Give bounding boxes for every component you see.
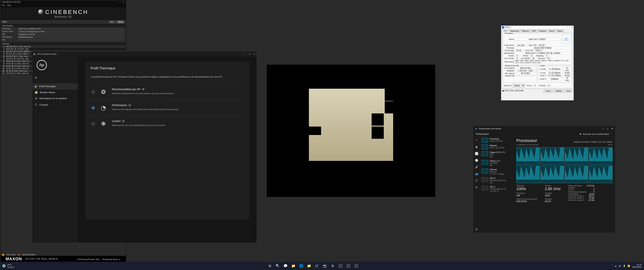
minimize-icon[interactable]: ─	[602, 127, 604, 130]
resource-item[interactable]: Disque 0 (D: E: C:)SSD0%	[482, 151, 512, 158]
close-icon[interactable]: ✕	[254, 53, 255, 55]
minimize-icon[interactable]: ─	[567, 26, 568, 28]
maxon-logo: MAXON	[6, 256, 22, 261]
sys-key: OS	[2, 33, 16, 36]
rail-performance-icon[interactable]: 📈	[474, 151, 479, 156]
taskbar-app-icon[interactable]: ⬛	[337, 263, 344, 269]
tm-subheader: Performance ▶Exécuter une nouvelle tâche…	[473, 131, 615, 137]
taskbar-app-icon[interactable]: ⬛	[345, 263, 352, 269]
tray-icon[interactable]: ☁	[614, 265, 617, 267]
menu-help[interactable]: Help	[7, 4, 11, 7]
nav-item[interactable]: ⓘÀ propos	[32, 101, 78, 108]
more-icon[interactable]: ⋯	[610, 133, 612, 135]
rail-users-icon[interactable]: 👥	[474, 172, 479, 176]
rail-processes-icon[interactable]: ▦	[474, 145, 479, 149]
stat-value: 2,0 Mo	[589, 197, 594, 199]
close-icon[interactable]: ✕	[611, 127, 613, 130]
menu-file[interactable]: File	[2, 4, 5, 7]
resource-item[interactable]: GPU 0Intel(R) Iris(R) Plus…0%	[482, 177, 512, 184]
run-task-label[interactable]: Exécuter une nouvelle tâche	[583, 133, 609, 135]
radio-icon[interactable]	[92, 90, 95, 93]
minimize-icon[interactable]: ─	[115, 1, 117, 4]
mini-graph	[482, 151, 488, 156]
taskbar-app-icon[interactable]: 📁	[290, 263, 296, 269]
taskbar-app-icon[interactable]: ⊞	[266, 263, 273, 269]
radio-icon[interactable]	[92, 122, 95, 125]
proc-name: Intel Core i7 1065G7	[514, 38, 560, 41]
rail-startup-icon[interactable]: 🚀	[474, 165, 479, 169]
stat-value: 8,0 Mo	[589, 199, 594, 201]
clock-time[interactable]: 21:37	[636, 264, 642, 266]
cpuz-tab[interactable]: SPD	[530, 30, 538, 33]
taskbar-app-icon[interactable]: 📷	[322, 263, 328, 269]
taskbar-app-icon[interactable]: 💬	[282, 263, 289, 269]
resource-name: Processeur	[490, 138, 503, 140]
nav-item[interactable]: 🖥Informations sur le système	[32, 95, 78, 101]
stat-value: 1	[594, 187, 594, 189]
technology: 10 nm	[514, 49, 523, 52]
thermal-option[interactable]: ◔PerformanceiIdéal pour les logiciels né…	[90, 100, 244, 116]
taskbar-app-icon[interactable]: ⚙	[330, 263, 336, 269]
socket-select[interactable]: Socket #1	[512, 84, 525, 87]
nav-item[interactable]: 📶Booster réseau	[32, 89, 78, 95]
hpcc-titlebar[interactable]: ◧HP Command Center ─ □ ✕	[32, 51, 257, 57]
maximize-icon[interactable]: □	[607, 127, 608, 130]
tools-button[interactable]: Tools ▾	[544, 90, 553, 92]
taskbar-apps: ⊞🔍💬📁🌐📁🛒📷⚙⬛⬛⬛	[266, 263, 360, 269]
maximize-icon[interactable]: □	[569, 26, 570, 28]
rail-settings-icon[interactable]: ⚙	[474, 227, 479, 232]
run-task-icon[interactable]: ▶	[580, 133, 582, 135]
run-button[interactable]: Run	[108, 21, 116, 24]
cpuz-tab[interactable]: About	[556, 30, 564, 33]
taskbar-app-icon[interactable]: 🛒	[314, 263, 320, 269]
rail-history-icon[interactable]: 🕑	[474, 158, 479, 163]
cpuz-titlebar[interactable]: CPU-Z ─□✕	[501, 26, 574, 29]
rail-hamburger-icon[interactable]: ≡	[474, 138, 479, 142]
taskbar-app-icon[interactable]: 🌐	[298, 263, 304, 269]
resource-item[interactable]: Disque 1 (I:)Amovible0%	[482, 160, 512, 167]
cpuz-tab[interactable]: Bench	[548, 30, 556, 33]
stat-value: 194	[516, 194, 520, 197]
taskbar-weather[interactable]: 14°CNuageux	[2, 264, 14, 268]
ext-model: 7E	[530, 57, 536, 60]
maximize-icon[interactable]: □	[249, 53, 250, 55]
thermal-option[interactable]: ⚙Recommandé(e) par HPiOptimise la perfor…	[90, 84, 244, 100]
cpuz-tab[interactable]: CPU	[502, 30, 509, 33]
resource-item[interactable]: EthernetEthernetE : 0 R : 0 Kbits/s	[482, 169, 512, 175]
cpuz-tab[interactable]: Graphics	[537, 30, 548, 33]
thermal-option[interactable]: ❄ConfortiIdéal pour les cas où le périph…	[90, 116, 244, 132]
resource-item[interactable]: Processeur100% 2,85 GHz	[482, 138, 512, 143]
tray-icon[interactable]: 🔋	[623, 265, 626, 267]
tm-titlebar[interactable]: ▤Gestionnaire des tâches ─□✕	[473, 126, 615, 131]
taskbar-app-icon[interactable]: 🔍	[274, 263, 281, 269]
stop-button[interactable]: Stop	[117, 21, 124, 24]
ranking-row[interactable]: 2.60C/120T @ 2.8 GHz, Intel …	[1, 48, 126, 50]
nav-item[interactable]: ◧Profil Thermique	[32, 83, 78, 89]
cinebench-titlebar[interactable]: CINEBENCH R20.060 ─ □ ✕	[1, 1, 126, 4]
close-button[interactable]: Close	[564, 90, 572, 92]
info-icon[interactable]: i	[128, 104, 131, 106]
tray-icon[interactable]: ˄	[612, 265, 613, 267]
clock-date[interactable]: 09/10/2022	[632, 266, 642, 268]
taskbar-app-icon[interactable]: 📁	[306, 263, 312, 269]
taskbar-app-icon[interactable]: ⬛	[353, 263, 360, 269]
cpuz-tab[interactable]: Mainboard	[509, 30, 521, 33]
cpuz-tab[interactable]: Memory	[521, 30, 530, 33]
maximize-icon[interactable]: □	[119, 1, 121, 4]
resource-item[interactable]: GPU 1NVIDIA GeForce R…2% (33 °C)	[482, 186, 512, 193]
close-icon[interactable]: ✕	[571, 26, 573, 28]
info-icon[interactable]: i	[122, 120, 125, 122]
radio-icon[interactable]	[92, 106, 95, 109]
rail-details-icon[interactable]: ☰	[474, 178, 479, 183]
hamburger-icon[interactable]: ≡	[35, 76, 78, 80]
tray-icon[interactable]: 🛜	[628, 265, 630, 267]
rail-services-icon[interactable]: ⚙	[474, 185, 479, 190]
validate-button[interactable]: Validate	[554, 90, 564, 92]
info-icon[interactable]: i	[142, 88, 144, 91]
ranking-row[interactable]: 1.48C/96T @ 2.7 GHz, Intel Xe…	[1, 45, 126, 48]
option-desc: Idéal pour les cas où le périphérique es…	[112, 124, 166, 126]
tray-icon[interactable]: 🔊	[618, 265, 621, 267]
minimize-icon[interactable]: ─	[244, 53, 246, 55]
resource-item[interactable]: Mémoire5,9/7,7 Go (77%)	[482, 145, 512, 150]
close-icon[interactable]: ✕	[122, 1, 125, 4]
